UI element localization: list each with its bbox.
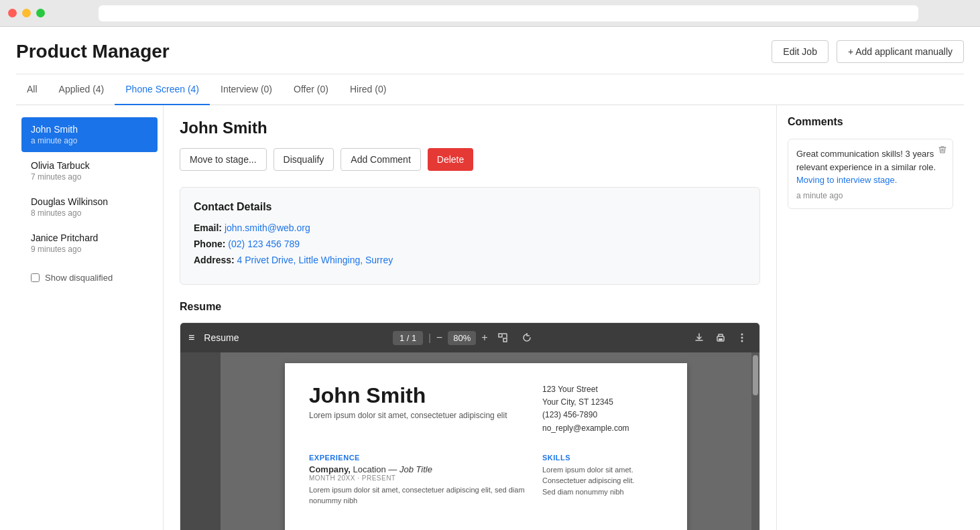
skills-text1: Lorem ipsum dolor sit amet.: [542, 464, 663, 476]
zoom-out-button[interactable]: −: [436, 332, 442, 343]
tab-all[interactable]: All: [16, 74, 48, 105]
resume-experience-col: EXPERIENCE Company, Location — Job Title…: [309, 443, 526, 507]
delete-button[interactable]: Delete: [428, 148, 473, 171]
applicant-name: Janice Pritchard: [31, 233, 148, 243]
contact-section-title: Contact Details: [194, 201, 746, 213]
resume-address2: Your City, ST 12345: [542, 396, 663, 409]
svg-rect-5: [719, 338, 723, 340]
tab-interview[interactable]: Interview (0): [210, 74, 283, 105]
edit-job-button[interactable]: Edit Job: [772, 40, 829, 63]
contact-phone-row: Phone: (02) 123 456 789: [194, 239, 746, 249]
comments-panel: Comments Great communication skills! 3 y…: [776, 105, 964, 530]
comment-delete-button[interactable]: [938, 145, 947, 156]
svg-point-8: [741, 340, 743, 342]
add-applicant-button[interactable]: + Add applicant manually: [837, 40, 964, 63]
svg-point-6: [741, 334, 743, 336]
zoom-in-button[interactable]: +: [481, 332, 487, 343]
comment-text: Great communication skills! 3 years rele…: [796, 147, 944, 187]
more-options-button[interactable]: [733, 328, 751, 347]
mac-titlebar: [0, 0, 980, 27]
resume-viewer: ≡ Resume 1 / 1 | − 80% +: [180, 322, 760, 530]
resume-col-right: 123 Your Street Your City, ST 12345 (123…: [542, 383, 663, 435]
resume-date: MONTH 20XX · PRESENT: [309, 474, 526, 482]
resume-company: Company, Location — Job Title: [309, 464, 526, 474]
resume-phone: (123) 456-7890: [542, 409, 663, 421]
resume-toolbar-left: ≡ Resume: [188, 332, 239, 344]
skills-label: SKILLS: [542, 454, 663, 462]
action-buttons: Move to stage... Disqualify Add Comment …: [180, 148, 760, 171]
resume-col-left: John Smith Lorem ipsum dolor sit amet, c…: [309, 383, 526, 435]
resume-section-title: Resume: [180, 301, 760, 313]
resume-toolbar-center: 1 / 1 | − 80% +: [245, 328, 683, 347]
comments-title: Comments: [788, 116, 953, 128]
skills-text2: Consectetuer adipiscing elit.: [542, 475, 663, 486]
address-bar[interactable]: [99, 5, 918, 21]
disqualify-button[interactable]: Disqualify: [273, 148, 334, 171]
tab-applied[interactable]: Applied (4): [48, 74, 115, 105]
resume-address1: 123 Your Street: [542, 383, 663, 396]
tabs: All Applied (4) Phone Screen (4) Intervi…: [16, 74, 964, 105]
applicant-item-john-smith[interactable]: John Smith a minute ago: [21, 117, 158, 152]
resume-left-gutter: [180, 352, 221, 530]
show-disqualified-row: Show disqualified: [16, 266, 163, 289]
tab-hired[interactable]: Hired (0): [339, 74, 397, 105]
resume-body: John Smith Lorem ipsum dolor sit amet, c…: [180, 352, 759, 530]
maximize-button[interactable]: [36, 9, 45, 17]
resume-person-name: John Smith: [309, 383, 526, 408]
applicant-name: Douglas Wilkinson: [31, 196, 148, 207]
app: Product Manager Edit Job + Add applicant…: [0, 27, 980, 530]
applicant-item-douglas-wilkinson[interactable]: Douglas Wilkinson 8 minutes ago: [21, 190, 158, 224]
resume-toolbar-right: [690, 328, 751, 347]
applicant-name: John Smith: [31, 124, 148, 135]
svg-rect-0: [499, 334, 502, 337]
minimize-button[interactable]: [22, 9, 31, 17]
address-label: Address:: [194, 255, 235, 265]
page-title: Product Manager: [16, 41, 170, 62]
phone-label: Phone:: [194, 239, 225, 249]
svg-point-7: [741, 337, 743, 339]
tab-offer[interactable]: Offer (0): [283, 74, 339, 105]
close-button[interactable]: [8, 9, 17, 17]
add-comment-button[interactable]: Add Comment: [341, 148, 420, 171]
download-button[interactable]: [690, 328, 709, 347]
resume-section: Resume ≡ Resume 1 / 1: [180, 301, 760, 530]
rotate-button[interactable]: [517, 328, 536, 347]
main: John Smith a minute ago Olivia Tarbuck 7…: [16, 105, 964, 530]
company-name: Company,: [309, 464, 351, 474]
menu-icon[interactable]: ≡: [188, 332, 194, 344]
page-total: 1: [412, 333, 416, 343]
phone-value: (02) 123 456 789: [228, 239, 300, 249]
resume-scrollbar[interactable]: [751, 352, 759, 530]
scrollbar-thumb[interactable]: [753, 355, 758, 395]
sidebar: John Smith a minute ago Olivia Tarbuck 7…: [16, 105, 164, 530]
resume-toolbar-title: Resume: [204, 332, 239, 343]
applicant-time: a minute ago: [31, 136, 148, 145]
move-to-stage-button[interactable]: Move to stage...: [180, 148, 267, 171]
email-value: john.smith@web.org: [225, 222, 310, 233]
tab-phone-screen[interactable]: Phone Screen (4): [115, 74, 210, 105]
skills-text3: Sed diam nonummy nibh: [542, 486, 663, 498]
header: Product Manager Edit Job + Add applicant…: [16, 27, 964, 74]
applicant-name: Olivia Tarbuck: [31, 160, 148, 171]
applicant-time: 9 minutes ago: [31, 245, 148, 254]
toolbar-divider: |: [428, 332, 431, 343]
resume-header: John Smith Lorem ipsum dolor sit amet, c…: [309, 383, 663, 435]
applicant-time: 8 minutes ago: [31, 208, 148, 218]
applicant-item-janice-pritchard[interactable]: Janice Pritchard 9 minutes ago: [21, 226, 158, 261]
show-disqualified-checkbox[interactable]: [31, 273, 40, 282]
experience-label: EXPERIENCE: [309, 454, 526, 462]
page-current: 1: [400, 333, 404, 343]
header-actions: Edit Job + Add applicant manually: [772, 40, 964, 63]
print-button[interactable]: [711, 328, 730, 347]
page-indicator: 1 / 1: [393, 331, 423, 345]
resume-skills-col: SKILLS Lorem ipsum dolor sit amet. Conse…: [542, 443, 663, 507]
comment-highlight-text: Moving to interview stage.: [796, 175, 897, 185]
svg-rect-1: [503, 338, 507, 342]
resume-content-area[interactable]: John Smith Lorem ipsum dolor sit amet, c…: [221, 352, 751, 530]
applicant-header-name: John Smith: [180, 119, 760, 137]
comment-card: Great communication skills! 3 years rele…: [788, 139, 953, 209]
show-disqualified-label: Show disqualified: [45, 273, 113, 283]
fit-page-button[interactable]: [493, 328, 512, 347]
applicant-item-olivia-tarbuck[interactable]: Olivia Tarbuck 7 minutes ago: [21, 153, 158, 188]
resume-toolbar: ≡ Resume 1 / 1 | − 80% +: [180, 323, 759, 352]
